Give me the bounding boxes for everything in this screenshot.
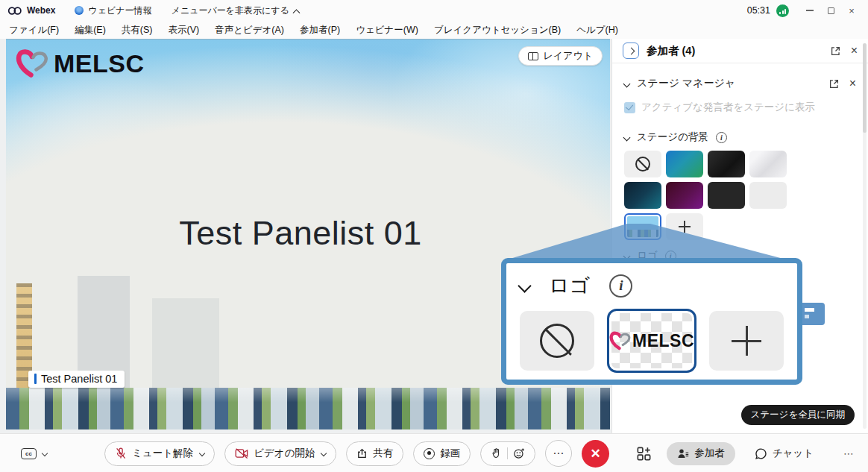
menu-item-share[interactable]: 共有(S) [122,24,153,37]
pop-out-icon[interactable] [829,79,839,89]
inset-logo-title: ロゴ [549,272,590,299]
menu-item-edit[interactable]: 編集(E) [75,24,106,37]
melsc-heart-icon [609,330,631,351]
inset-logo-option-none[interactable] [520,311,594,371]
reactions-button-group[interactable] [480,441,535,466]
webinar-info-icon [75,6,84,15]
stage-manager-header: ステージ マネージャ × [612,77,868,90]
bg-option-black[interactable] [708,182,745,209]
connection-quality-icon[interactable] [776,4,789,17]
record-icon [424,448,435,459]
inset-logo-options: MELSC [520,309,784,373]
mic-muted-icon [115,447,127,459]
webex-window: Webex ウェビナー情報 メニューバーを非表示にする 05:31 × ファイル… [0,0,868,472]
menu-item-breakout[interactable]: ブレイクアウトセッション(B) [434,24,561,37]
app-name: Webex [27,5,55,16]
chevron-down-icon[interactable] [199,450,205,456]
share-icon [356,448,368,459]
participants-icon [677,448,689,459]
info-icon[interactable]: i [716,132,727,143]
inset-logo-option-add[interactable] [709,311,784,371]
chevron-down-icon [518,279,531,292]
leave-meeting-button[interactable]: ✕ [582,440,609,468]
chevron-up-icon [292,9,300,16]
webex-logo-icon [7,6,22,16]
participants-header: 参加者 (4) × [612,39,868,63]
maximize-icon [828,7,834,14]
raise-hand-icon [491,447,502,459]
close-section-icon[interactable]: × [849,78,856,89]
hide-menubar-button[interactable]: メニューバーを非表示にする [172,4,299,17]
pop-out-icon[interactable] [831,46,840,56]
bg-option-none[interactable] [624,151,661,177]
chevron-down-icon[interactable] [321,450,327,456]
no-logo-icon [540,324,574,358]
control-toolbar: cc ミュート解除 ビデオの開始 [0,433,868,472]
participants-title: 参加者 (4) [647,44,695,58]
close-panel-icon[interactable]: × [851,45,858,57]
menu-item-participants[interactable]: 参加者(P) [300,24,340,37]
menu-item-file[interactable]: ファイル(F) [9,24,59,37]
speaking-indicator-icon [34,374,37,384]
participants-toggle-button[interactable]: 参加者 [667,442,735,465]
chevron-down-icon[interactable] [42,450,48,456]
inset-brand-text: MELSC [632,331,694,351]
melsc-heart-icon [15,48,49,78]
closed-caption-icon[interactable]: cc [21,448,37,459]
bg-option-dark[interactable] [708,151,745,177]
stage-brand-wordmark: MELSC [54,49,145,78]
minimize-button[interactable] [799,1,820,19]
minimize-icon [806,10,814,10]
sync-stage-button[interactable]: ステージを全員に同期 [741,405,855,425]
info-icon: i [609,274,632,298]
main-content: MELSC レイアウト Test Panelist 01 Test Paneli… [0,39,868,433]
active-speaker-checkbox-row[interactable]: アクティブな発言者をステージに表示 [612,101,868,114]
webinar-info-button[interactable]: ウェビナー情報 [75,4,151,17]
chat-toggle-button[interactable]: チャット [755,447,814,460]
apps-icon[interactable] [636,446,652,462]
background-building [152,298,219,388]
more-options-button[interactable]: ⋯ [545,440,572,467]
stage-manager-title: ステージ マネージャ [637,77,735,90]
add-icon [732,326,761,356]
leave-x-icon: ✕ [591,446,601,462]
chat-icon [755,447,767,460]
stage-preview-icon [799,303,825,325]
share-button[interactable]: 共有 [346,441,403,466]
menu-item-view[interactable]: 表示(V) [168,24,199,37]
slide-title: Test Panelist 01 [6,214,595,253]
maximize-button[interactable] [820,1,841,19]
title-bar: Webex ウェビナー情報 メニューバーを非表示にする 05:31 × [0,0,868,21]
stage-background-header: ステージの背景 i [612,130,868,144]
chevron-down-icon[interactable] [623,80,631,87]
panel-scrollbar[interactable] [863,43,867,429]
inset-logo-option-melsc-selected[interactable]: MELSC [607,309,696,373]
no-background-icon [635,157,650,172]
chevron-right-icon [627,47,635,54]
bg-option-white[interactable] [749,182,787,209]
chevron-down-icon[interactable] [623,133,631,141]
collapse-panel-button[interactable] [623,43,639,59]
bg-option-blue-green[interactable] [666,151,703,177]
unmute-button[interactable]: ミュート解除 [104,441,215,466]
record-button[interactable]: 録画 [413,441,471,466]
checkbox-checked-icon[interactable] [624,102,635,113]
start-video-button[interactable]: ビデオの開始 [224,441,336,466]
bg-option-teal[interactable] [624,182,661,209]
menu-bar: ファイル(F) 編集(E) 共有(S) 表示(V) 音声とビデオ(A) 参加者(… [0,21,868,39]
layout-button[interactable]: レイアウト [518,46,603,66]
bg-option-purple[interactable] [666,182,703,209]
camera-off-icon [235,448,248,459]
active-speaker-checkbox-label: アクティブな発言者をステージに表示 [641,101,815,114]
more-panels-button[interactable]: ⋯ [843,447,855,459]
menu-item-help[interactable]: ヘルプ(H) [576,24,618,37]
bg-option-silver[interactable] [749,151,787,177]
menu-item-audio-video[interactable]: 音声とビデオ(A) [215,24,284,37]
add-icon [679,221,691,233]
reaction-smiley-icon [513,447,525,459]
menu-item-webinar[interactable]: ウェビナー(W) [356,24,418,37]
app-brand: Webex [7,5,55,16]
city-skyline [6,388,610,429]
stage-brand-logo: MELSC [15,48,145,78]
close-button[interactable]: × [841,1,862,19]
